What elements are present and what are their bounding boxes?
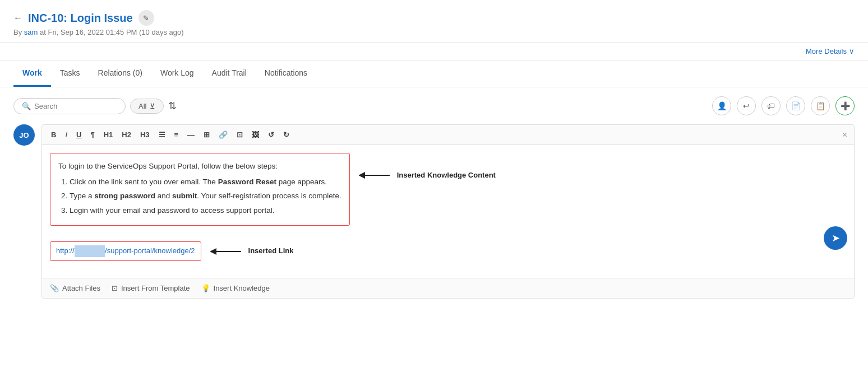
edit-button[interactable]: ✎ [138,10,154,26]
reply-icon[interactable]: ↩ [737,96,756,115]
embed-button[interactable]: ⊡ [234,129,245,140]
knowledge-label: Insert Knowledge [214,284,270,292]
pdf-icon[interactable]: 📄 [786,96,805,115]
tag-icon[interactable]: 🏷 [761,96,781,115]
back-button[interactable]: ← [13,13,22,23]
hr-button[interactable]: — [185,129,197,140]
link-suffix: /support-portal/knowledge/2 [105,245,195,257]
italic-button[interactable]: I [63,129,70,140]
filter-group: 🔍 All ⊻ ⇅ [13,98,177,114]
header-subtitle: By sam at Fri, Sep 16, 2022 01:45 PM (10… [13,28,855,36]
insert-knowledge-button[interactable]: 💡 Insert Knowledge [201,284,270,292]
knowledge-annotation-label: Inserted Knowledge Content [397,170,496,181]
editor-toolbar: B I U ¶ H1 H2 H3 ☰ ≡ — ⊞ 🔗 ⊡ 🖼 ↺ ↻ × [42,125,854,145]
filter-button[interactable]: All ⊻ [130,99,164,114]
tab-work[interactable]: Work [13,60,51,87]
more-details-row[interactable]: More Details ∨ [0,43,868,60]
tab-worklog[interactable]: Work Log [151,60,203,87]
search-box: 🔍 [13,98,126,114]
editor-container: B I U ¶ H1 H2 H3 ☰ ≡ — ⊞ 🔗 ⊡ 🖼 ↺ ↻ × [41,124,855,299]
template-icon: ⊡ [112,284,118,292]
template-label: Insert From Template [121,284,190,292]
attach-files-button[interactable]: 📎 Attach Files [50,284,100,292]
link-box[interactable]: http:// /support-portal/knowledge/2 [50,241,201,261]
knowledge-step-2: Type a strong password and submit. Your … [70,190,341,202]
avatar: JO [13,124,35,146]
knowledge-icon: 💡 [201,284,210,292]
attach-label: Attach Files [62,284,100,292]
knowledge-intro: To login to the ServiceOps Support Porta… [58,160,341,173]
toolbar-row: 🔍 All ⊻ ⇅ 👤 ↩ 🏷 📄 📋 ➕ [13,96,855,115]
tab-notifications[interactable]: Notifications [256,60,316,87]
ul-button[interactable]: ☰ [156,129,168,140]
h3-button[interactable]: H3 [138,129,152,140]
h1-button[interactable]: H1 [101,129,116,140]
ticket-title: INC-10: Login Issue [28,12,133,25]
bold-button[interactable]: B [49,129,58,140]
action-icons: 👤 ↩ 🏷 📄 📋 ➕ [712,96,855,115]
h2-button[interactable]: H2 [119,129,133,140]
knowledge-steps: Click on the link sent to you over email… [70,176,341,217]
annotation-arrow-knowledge [359,170,393,181]
paragraph-button[interactable]: ¶ [88,129,96,140]
link-annotation-label: Inserted Link [248,245,294,257]
editor-body[interactable]: To login to the ServiceOps Support Porta… [42,145,854,269]
list-icon[interactable]: 📋 [811,96,830,115]
sort-button[interactable]: ⇅ [168,100,177,112]
ol-button[interactable]: ≡ [172,129,181,140]
knowledge-step-3: Login with your email and password to ac… [70,204,341,217]
assign-icon[interactable]: 👤 [712,96,731,115]
link-prefix: http:// [56,245,75,257]
close-button[interactable]: × [842,130,847,140]
attach-icon: 📎 [50,284,59,292]
annotation-arrow-link [210,246,244,257]
filter-icon: ⊻ [150,102,155,110]
knowledge-step-1: Click on the link sent to you over email… [70,176,341,188]
link-highlighted [75,245,105,257]
knowledge-content-box: To login to the ServiceOps Support Porta… [50,153,350,226]
search-input[interactable] [34,102,117,110]
link-button[interactable]: 🔗 [216,129,230,140]
image-button[interactable]: 🖼 [250,129,261,140]
undo-button[interactable]: ↺ [266,129,276,140]
more-details-label: More Details [806,47,847,55]
tab-relations[interactable]: Relations (0) [89,60,151,87]
editor-section: JO B I U ¶ H1 H2 H3 ☰ ≡ — ⊞ 🔗 ⊡ 🖼 ↺ ↻ × [13,124,855,299]
author-link[interactable]: sam [24,28,38,36]
insert-template-button[interactable]: ⊡ Insert From Template [112,284,190,292]
filter-label: All [138,102,146,110]
work-area: 🔍 All ⊻ ⇅ 👤 ↩ 🏷 📄 📋 ➕ JO B I U [0,87,868,308]
tabs-bar: Work Tasks Relations (0) Work Log Audit … [0,60,868,87]
redo-button[interactable]: ↻ [281,129,292,140]
table-button[interactable]: ⊞ [201,129,212,140]
tab-tasks[interactable]: Tasks [51,60,89,87]
search-icon: 🔍 [22,102,31,110]
send-button[interactable]: ➤ [824,226,847,250]
add-icon[interactable]: ➕ [835,96,855,115]
editor-footer: 📎 Attach Files ⊡ Insert From Template 💡 … [42,278,854,298]
chevron-down-icon: ∨ [849,47,855,55]
underline-button[interactable]: U [74,129,84,140]
tab-audit[interactable]: Audit Trail [203,60,256,87]
header: ← INC-10: Login Issue ✎ By sam at Fri, S… [0,0,868,43]
